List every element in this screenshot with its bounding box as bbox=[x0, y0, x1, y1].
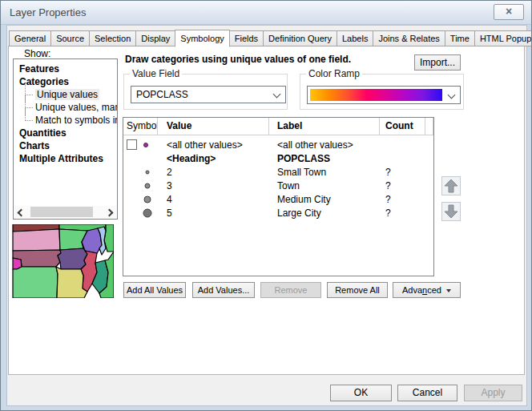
arrow-up-icon bbox=[442, 177, 460, 195]
row-count: ? bbox=[380, 194, 425, 205]
method-description: Draw categories using unique values of o… bbox=[125, 54, 351, 65]
tab-fields[interactable]: Fields bbox=[229, 30, 264, 46]
symbol-dot-icon bbox=[143, 143, 148, 147]
row-label: Small Town bbox=[269, 167, 380, 178]
tree-item-match-symbols[interactable]: Match to symbols in a bbox=[14, 114, 117, 127]
column-header-symbol[interactable]: Symbol bbox=[123, 118, 158, 135]
column-header-count[interactable]: Count bbox=[380, 118, 425, 135]
unique-values-table: Symbol Value Label Count <all other valu… bbox=[123, 117, 434, 276]
row-label: Medium City bbox=[269, 194, 380, 205]
color-ramp-group: Color Ramp bbox=[300, 74, 464, 110]
close-button[interactable]: × bbox=[494, 4, 524, 20]
chevron-down-icon bbox=[273, 91, 281, 99]
advanced-button[interactable]: Advanced bbox=[393, 282, 461, 298]
row-count: ? bbox=[380, 208, 425, 219]
tree-item-quantities[interactable]: Quantities bbox=[14, 127, 117, 139]
row-label: Town bbox=[269, 180, 380, 191]
tree-item-features[interactable]: Features bbox=[14, 62, 117, 75]
color-ramp-combobox[interactable] bbox=[307, 86, 461, 104]
tab-time[interactable]: Time bbox=[445, 30, 475, 46]
value-field-label: Value Field bbox=[130, 68, 182, 79]
layer-properties-dialog: Layer Properties × General Source Select… bbox=[0, 0, 532, 411]
dropdown-arrow-icon bbox=[446, 289, 451, 292]
tab-definition-query[interactable]: Definition Query bbox=[263, 30, 337, 46]
tab-selection[interactable]: Selection bbox=[89, 30, 136, 46]
window-title: Layer Properties bbox=[10, 6, 86, 18]
tab-source[interactable]: Source bbox=[50, 30, 90, 46]
tab-joins-relates[interactable]: Joins & Relates bbox=[373, 30, 445, 46]
symbology-method-tree: Features Categories Unique values Unique… bbox=[13, 58, 118, 220]
value-field-selected: POPCLASS bbox=[136, 89, 188, 100]
show-label: Show: bbox=[24, 48, 50, 59]
table-row-value-2[interactable]: 2 Small Town ? bbox=[123, 165, 433, 179]
row-value: 4 bbox=[158, 194, 269, 205]
table-header: Symbol Value Label Count bbox=[123, 118, 433, 135]
tab-general[interactable]: General bbox=[9, 30, 51, 46]
all-other-values-checkbox[interactable] bbox=[127, 139, 137, 150]
tab-symbology[interactable]: Symbology bbox=[175, 30, 229, 47]
cancel-button[interactable]: Cancel bbox=[397, 385, 457, 401]
row-label: <all other values> bbox=[269, 139, 380, 151]
row-count: ? bbox=[380, 167, 425, 178]
scroll-right-icon[interactable] bbox=[104, 206, 116, 218]
advanced-label-end: ced bbox=[427, 285, 441, 295]
table-row-value-4[interactable]: 4 Medium City ? bbox=[123, 192, 433, 206]
ok-button[interactable]: OK bbox=[330, 385, 392, 401]
table-row-all-other-values[interactable]: <all other values> <all other values> bbox=[123, 138, 433, 151]
tree-item-multiple-attributes[interactable]: Multiple Attributes bbox=[14, 152, 117, 165]
value-field-combobox[interactable]: POPCLASS bbox=[131, 86, 286, 103]
tree-item-charts[interactable]: Charts bbox=[14, 139, 117, 152]
table-row-value-3[interactable]: 3 Town ? bbox=[123, 179, 433, 192]
table-row-heading[interactable]: <Heading> POPCLASS bbox=[123, 151, 433, 165]
row-count: ? bbox=[380, 180, 425, 191]
remove-button: Remove bbox=[260, 282, 321, 298]
advanced-label: Adva bbox=[402, 285, 422, 295]
row-label: POPCLASS bbox=[269, 153, 380, 164]
value-field-group: Value Field POPCLASS bbox=[123, 74, 288, 110]
column-header-spacer bbox=[425, 118, 433, 135]
layer-preview-map bbox=[11, 224, 114, 298]
scrollbar-thumb[interactable] bbox=[30, 207, 93, 217]
column-header-value[interactable]: Value bbox=[158, 118, 269, 135]
chevron-down-icon bbox=[448, 91, 456, 99]
tab-labels[interactable]: Labels bbox=[337, 30, 373, 46]
selected-tree-label: Unique values bbox=[35, 89, 99, 100]
add-all-values-button[interactable]: Add All Values bbox=[123, 282, 186, 298]
tab-html-popup[interactable]: HTML Popup bbox=[474, 30, 532, 46]
symbol-dot-icon[interactable] bbox=[145, 183, 151, 188]
tab-display[interactable]: Display bbox=[135, 30, 175, 46]
tree-horizontal-scrollbar[interactable] bbox=[14, 206, 116, 218]
row-value: <all other values> bbox=[158, 139, 269, 151]
add-values-button[interactable]: Add Values... bbox=[192, 282, 255, 298]
move-up-button[interactable] bbox=[441, 176, 461, 195]
symbol-dot-icon[interactable] bbox=[144, 195, 151, 203]
row-value: 3 bbox=[158, 180, 269, 191]
remove-all-button[interactable]: Remove All bbox=[327, 282, 388, 298]
color-ramp-swatch bbox=[310, 89, 442, 101]
symbology-tab-page: Show: Features Categories Unique values … bbox=[8, 46, 525, 375]
tab-bar: General Source Selection Display Symbolo… bbox=[10, 30, 532, 46]
row-value: 2 bbox=[158, 167, 269, 178]
move-down-button[interactable] bbox=[441, 202, 461, 221]
row-value: 5 bbox=[158, 208, 269, 219]
column-header-label[interactable]: Label bbox=[269, 118, 380, 135]
title-bar: Layer Properties × bbox=[1, 1, 531, 25]
arrow-down-icon bbox=[442, 203, 460, 220]
color-ramp-label: Color Ramp bbox=[306, 68, 362, 79]
import-button[interactable]: Import... bbox=[414, 54, 461, 71]
symbol-dot-icon[interactable] bbox=[146, 170, 150, 174]
scroll-left-icon[interactable] bbox=[14, 206, 26, 218]
row-value: <Heading> bbox=[158, 153, 269, 164]
symbol-dot-icon[interactable] bbox=[143, 208, 152, 217]
apply-button: Apply bbox=[464, 385, 522, 401]
table-row-value-5[interactable]: 5 Large City ? bbox=[123, 206, 433, 220]
row-label: Large City bbox=[269, 208, 380, 219]
